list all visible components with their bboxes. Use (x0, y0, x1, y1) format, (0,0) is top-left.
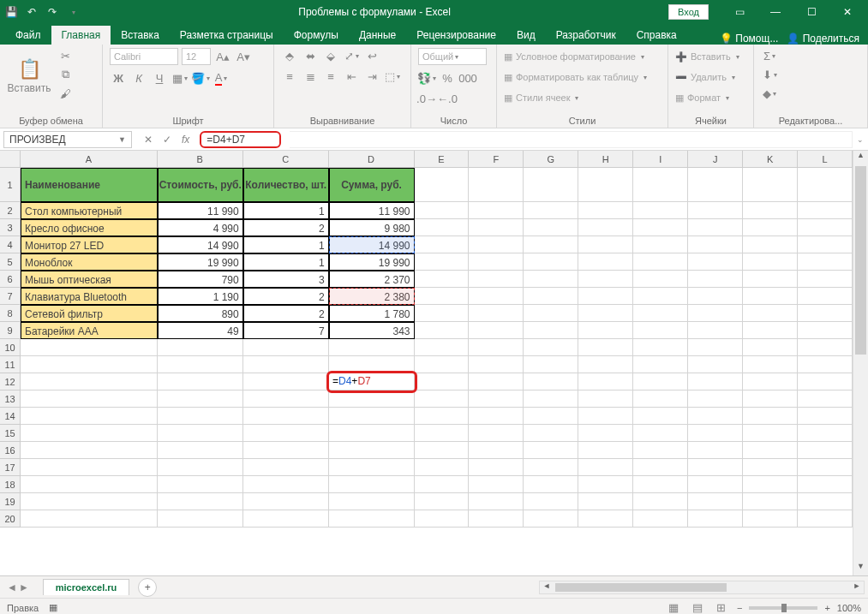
cell[interactable] (578, 288, 633, 305)
cell[interactable] (158, 339, 243, 356)
align-top-icon[interactable]: ⬘ (281, 48, 298, 63)
column-header[interactable]: B (158, 151, 243, 167)
name-box-dropdown-icon[interactable]: ▼ (118, 135, 126, 144)
cell[interactable] (798, 168, 853, 202)
vertical-scrollbar[interactable]: ▲ ▼ (853, 151, 868, 575)
cell[interactable] (633, 425, 688, 442)
row-header[interactable]: 8 (0, 305, 21, 322)
cell[interactable] (578, 339, 633, 356)
cell[interactable] (798, 271, 853, 288)
tab-developer[interactable]: Разработчик (546, 26, 626, 45)
row-header[interactable]: 7 (0, 288, 21, 305)
zoom-level[interactable]: 100% (837, 603, 861, 613)
cell[interactable] (524, 408, 578, 425)
cell[interactable] (578, 459, 633, 476)
cell[interactable] (469, 510, 524, 528)
cell[interactable] (688, 408, 743, 425)
increase-indent-icon[interactable]: ⇥ (363, 69, 380, 84)
cell[interactable] (688, 202, 743, 219)
cell[interactable] (21, 373, 158, 390)
cell[interactable] (415, 236, 470, 253)
column-header[interactable]: G (524, 151, 578, 167)
cell[interactable]: 343 (329, 322, 415, 339)
cell[interactable] (633, 339, 688, 356)
cell[interactable] (469, 493, 524, 510)
cell[interactable] (243, 476, 329, 493)
autosum-icon[interactable]: Σ (761, 48, 778, 63)
row-header[interactable]: 17 (0, 459, 21, 476)
sheet-next-icon[interactable]: ► (19, 581, 29, 593)
cell[interactable] (688, 271, 743, 288)
cell[interactable] (524, 442, 578, 459)
cell[interactable] (524, 288, 578, 305)
cell[interactable] (469, 425, 524, 442)
cell[interactable] (798, 442, 853, 459)
cell[interactable] (798, 305, 853, 322)
cell[interactable] (743, 202, 798, 219)
scroll-left-icon[interactable]: ◄ (540, 581, 554, 593)
percent-icon[interactable]: % (439, 70, 456, 86)
cell[interactable]: 7 (243, 322, 329, 339)
row-header[interactable]: 2 (0, 202, 21, 219)
zoom-out-icon[interactable]: − (737, 603, 742, 613)
merge-icon[interactable]: ⬚ (384, 69, 401, 84)
cell[interactable] (688, 236, 743, 253)
cell[interactable]: 890 (158, 305, 243, 322)
cell[interactable]: 19 990 (329, 253, 415, 271)
cell[interactable] (415, 339, 470, 356)
column-header[interactable]: K (743, 151, 798, 167)
align-left-icon[interactable]: ≡ (281, 69, 298, 84)
tab-file[interactable]: Файл (5, 26, 51, 45)
minimize-icon[interactable]: — (758, 2, 793, 22)
cell[interactable] (578, 442, 633, 459)
cell[interactable]: 1 190 (158, 288, 243, 305)
cell[interactable] (743, 459, 798, 476)
cell[interactable] (743, 442, 798, 459)
maximize-icon[interactable]: ☐ (794, 2, 829, 22)
select-all-corner[interactable] (0, 151, 21, 167)
row-header[interactable]: 20 (0, 510, 21, 528)
row-header[interactable]: 13 (0, 390, 21, 408)
cell[interactable] (578, 219, 633, 236)
cell[interactable] (743, 493, 798, 510)
cell[interactable] (415, 305, 470, 322)
cell[interactable] (21, 339, 158, 356)
cell[interactable] (415, 219, 470, 236)
cell[interactable]: 11 990 (329, 202, 415, 219)
enter-formula-icon[interactable]: ✓ (163, 134, 171, 146)
cell[interactable] (633, 236, 688, 253)
cell[interactable] (415, 459, 470, 476)
cell[interactable] (158, 425, 243, 442)
column-header[interactable]: E (415, 151, 470, 167)
cell[interactable]: 11 990 (158, 202, 243, 219)
cell[interactable] (798, 253, 853, 271)
cell[interactable] (329, 339, 415, 356)
cell[interactable] (415, 253, 470, 271)
cell[interactable] (743, 408, 798, 425)
cell[interactable] (688, 339, 743, 356)
column-header[interactable]: J (688, 151, 743, 167)
row-header[interactable]: 15 (0, 425, 21, 442)
cell[interactable] (633, 356, 688, 373)
cell[interactable] (524, 202, 578, 219)
align-bottom-icon[interactable]: ⬙ (322, 48, 339, 63)
cell[interactable] (21, 390, 158, 408)
cell[interactable]: 1 (243, 202, 329, 219)
cell[interactable] (21, 442, 158, 459)
cell[interactable] (329, 459, 415, 476)
decrease-indent-icon[interactable]: ⇤ (343, 69, 360, 84)
tab-insert[interactable]: Вставка (111, 26, 170, 45)
cell[interactable]: 1 (243, 253, 329, 271)
cell[interactable] (415, 425, 470, 442)
cell[interactable] (329, 390, 415, 408)
fill-icon[interactable]: ⬇ (761, 67, 778, 82)
cell[interactable] (798, 373, 853, 390)
cell[interactable] (798, 408, 853, 425)
cell[interactable] (21, 408, 158, 425)
undo-icon[interactable]: ↶ (24, 4, 39, 20)
cell[interactable] (415, 271, 470, 288)
scroll-thumb[interactable] (855, 166, 866, 355)
redo-icon[interactable]: ↷ (45, 4, 60, 20)
cut-icon[interactable]: ✂ (57, 48, 74, 63)
cell[interactable] (243, 408, 329, 425)
